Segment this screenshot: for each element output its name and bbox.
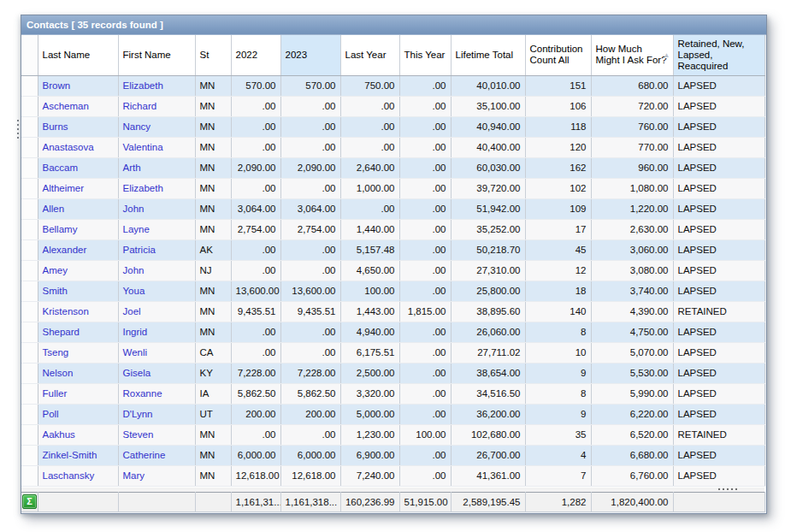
cell-last_name[interactable]: Poll <box>38 404 118 424</box>
table-row[interactable]: AmeyJohnNJ.00.004,650.00.0027,310.00123,… <box>21 260 764 281</box>
column-header-st[interactable]: St <box>195 35 231 75</box>
cell-retained_new_lapsed_reacquired[interactable]: LAPSED <box>673 363 764 383</box>
cell-last_year[interactable]: 1,440.00 <box>340 219 399 239</box>
cell-lifetime_total[interactable]: 36,200.00 <box>451 404 525 424</box>
row-selector-cell[interactable] <box>21 465 38 486</box>
column-header-lifetime_total[interactable]: Lifetime Total <box>451 35 525 75</box>
cell-contribution_count_all[interactable]: 106 <box>525 96 591 116</box>
row-selector-cell[interactable] <box>21 281 38 301</box>
cell-lifetime_total[interactable]: 60,030.00 <box>451 157 525 178</box>
cell-how_much_might_i_ask_for[interactable]: 6,760.00 <box>591 465 673 486</box>
cell-last_name[interactable]: Kristenson <box>38 301 118 322</box>
cell-y2023[interactable]: .00 <box>280 424 340 445</box>
column-header-contribution_count_all[interactable]: Contribution Count All <box>525 35 591 75</box>
cell-lifetime_total[interactable]: 35,252.00 <box>451 219 525 239</box>
table-row[interactable]: TsengWenliCA.00.006,175.51.0027,711.0210… <box>21 342 764 363</box>
cell-first_name[interactable]: Gisela <box>118 363 195 383</box>
cell-y2023[interactable]: .00 <box>280 322 340 342</box>
cell-first_name[interactable]: John <box>118 198 195 219</box>
table-row[interactable]: FullerRoxanneIA5,862.505,862.503,320.00.… <box>21 383 764 404</box>
cell-last_year[interactable]: 5,157.48 <box>340 239 399 260</box>
row-selector-cell[interactable] <box>21 445 38 465</box>
cell-first_name[interactable]: Patricia <box>118 239 195 260</box>
cell-last_name[interactable]: Altheimer <box>38 178 118 198</box>
cell-retained_new_lapsed_reacquired[interactable]: LAPSED <box>673 198 764 219</box>
cell-how_much_might_i_ask_for[interactable]: 6,520.00 <box>591 424 673 445</box>
table-row[interactable]: LaschanskyMaryMN12,618.0012,618.007,240.… <box>21 465 764 486</box>
cell-st[interactable]: MN <box>195 96 231 116</box>
cell-lifetime_total[interactable]: 102,680.00 <box>451 424 525 445</box>
cell-contribution_count_all[interactable]: 10 <box>525 342 591 363</box>
cell-last_name[interactable]: Baccam <box>38 157 118 178</box>
cell-y2023[interactable]: 13,600.00 <box>280 281 340 301</box>
cell-first_name[interactable]: Catherine <box>118 445 195 465</box>
cell-lifetime_total[interactable]: 25,800.00 <box>451 281 525 301</box>
cell-how_much_might_i_ask_for[interactable]: 2,630.00 <box>591 219 673 239</box>
column-header-retained_new_lapsed_reacquired[interactable]: Retained, New, Lapsed, Reacquired <box>673 35 764 75</box>
cell-first_name[interactable]: John <box>118 260 195 281</box>
cell-this_year[interactable]: .00 <box>399 157 451 178</box>
cell-how_much_might_i_ask_for[interactable]: 680.00 <box>591 75 673 96</box>
cell-retained_new_lapsed_reacquired[interactable]: LAPSED <box>673 383 764 404</box>
cell-last_name[interactable]: Amey <box>38 260 118 281</box>
column-header-how_much_might_i_ask_for[interactable]: How Much Might I Ask For?▲ <box>591 35 673 75</box>
cell-first_name[interactable]: D'Lynn <box>118 404 195 424</box>
cell-this_year[interactable]: .00 <box>399 445 451 465</box>
cell-y2022[interactable]: .00 <box>231 322 280 342</box>
cell-last_year[interactable]: .00 <box>340 137 399 157</box>
cell-this_year[interactable]: .00 <box>399 260 451 281</box>
cell-lifetime_total[interactable]: 40,940.00 <box>451 116 525 137</box>
cell-y2023[interactable]: .00 <box>280 178 340 198</box>
cell-contribution_count_all[interactable]: 118 <box>525 116 591 137</box>
cell-y2023[interactable]: .00 <box>280 342 340 363</box>
cell-lifetime_total[interactable]: 41,361.00 <box>451 465 525 486</box>
cell-this_year[interactable]: .00 <box>399 137 451 157</box>
cell-how_much_might_i_ask_for[interactable]: 770.00 <box>591 137 673 157</box>
cell-how_much_might_i_ask_for[interactable]: 4,750.00 <box>591 322 673 342</box>
cell-y2023[interactable]: 5,862.50 <box>280 383 340 404</box>
footer-splitter[interactable] <box>21 487 764 492</box>
cell-y2022[interactable]: 2,090.00 <box>231 157 280 178</box>
row-selector-cell[interactable] <box>21 363 38 383</box>
cell-this_year[interactable]: .00 <box>399 404 451 424</box>
cell-y2023[interactable]: 2,090.00 <box>280 157 340 178</box>
cell-how_much_might_i_ask_for[interactable]: 5,530.00 <box>591 363 673 383</box>
cell-last_name[interactable]: Burns <box>38 116 118 137</box>
cell-first_name[interactable]: Wenli <box>118 342 195 363</box>
cell-last_name[interactable]: Tseng <box>38 342 118 363</box>
table-row[interactable]: KristensonJoelMN9,435.519,435.511,443.00… <box>21 301 764 322</box>
cell-y2022[interactable]: 12,618.00 <box>231 465 280 486</box>
cell-st[interactable]: MN <box>195 424 231 445</box>
cell-retained_new_lapsed_reacquired[interactable]: LAPSED <box>673 157 764 178</box>
table-row[interactable]: AlexanderPatriciaAK.00.005,157.48.0050,2… <box>21 239 764 260</box>
column-header-this_year[interactable]: This Year <box>399 35 451 75</box>
row-selector-cell[interactable] <box>21 96 38 116</box>
cell-y2022[interactable]: .00 <box>231 178 280 198</box>
cell-how_much_might_i_ask_for[interactable]: 5,070.00 <box>591 342 673 363</box>
cell-how_much_might_i_ask_for[interactable]: 720.00 <box>591 96 673 116</box>
cell-first_name[interactable]: Richard <box>118 96 195 116</box>
cell-y2023[interactable]: 6,000.00 <box>280 445 340 465</box>
cell-last_year[interactable]: 7,240.00 <box>340 465 399 486</box>
sigma-sum-button[interactable]: Σ <box>22 494 37 509</box>
cell-retained_new_lapsed_reacquired[interactable]: LAPSED <box>673 322 764 342</box>
cell-last_name[interactable]: Alexander <box>38 239 118 260</box>
cell-last_year[interactable]: 750.00 <box>340 75 399 96</box>
cell-y2022[interactable]: .00 <box>231 116 280 137</box>
cell-y2022[interactable]: .00 <box>231 260 280 281</box>
cell-y2022[interactable]: 570.00 <box>231 75 280 96</box>
cell-retained_new_lapsed_reacquired[interactable]: LAPSED <box>673 75 764 96</box>
cell-lifetime_total[interactable]: 34,516.50 <box>451 383 525 404</box>
cell-lifetime_total[interactable]: 38,654.00 <box>451 363 525 383</box>
cell-contribution_count_all[interactable]: 162 <box>525 157 591 178</box>
cell-y2023[interactable]: 570.00 <box>280 75 340 96</box>
cell-last_name[interactable]: Fuller <box>38 383 118 404</box>
cell-last_name[interactable]: Zinkel-Smith <box>38 445 118 465</box>
left-splitter-grip-icon[interactable] <box>17 120 19 139</box>
cell-how_much_might_i_ask_for[interactable]: 4,390.00 <box>591 301 673 322</box>
cell-last_year[interactable]: 100.00 <box>340 281 399 301</box>
cell-first_name[interactable]: Joel <box>118 301 195 322</box>
cell-lifetime_total[interactable]: 50,218.70 <box>451 239 525 260</box>
cell-how_much_might_i_ask_for[interactable]: 3,740.00 <box>591 281 673 301</box>
column-header-y2022[interactable]: 2022 <box>231 35 280 75</box>
